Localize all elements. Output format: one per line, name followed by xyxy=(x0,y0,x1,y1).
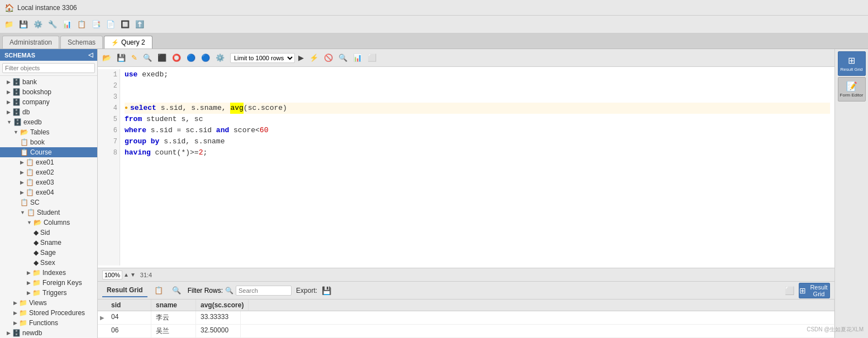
sidebar-item-bank[interactable]: ▶ 🗄️ bank xyxy=(0,77,97,87)
zoom-input[interactable] xyxy=(102,271,122,279)
toolbar-btn-1[interactable]: 📁 xyxy=(2,18,16,30)
stop2-btn[interactable]: 🚫 xyxy=(322,52,335,63)
commit-btn[interactable]: 🔵 xyxy=(184,52,198,63)
arrow-icon: ▶ xyxy=(7,330,11,336)
sidebar-item-student[interactable]: ▼ 📋 Student xyxy=(0,207,97,218)
sql-editor[interactable]: 1 2 3 4 5 6 7 8 use exedb; xyxy=(98,67,834,268)
col-header-sname: sname xyxy=(151,300,196,311)
arrow-icon: ▶ xyxy=(20,170,24,175)
sidebar-item-exedb[interactable]: ▼ 🗄️ exedb xyxy=(0,117,97,127)
arrow-icon: ▶ xyxy=(20,180,24,185)
result-copy-btn[interactable]: 📋 xyxy=(152,285,165,296)
code-lines[interactable]: use exedb; ● select s.sid, s.sname, avg(… xyxy=(120,69,834,265)
tab-administration[interactable]: Administration xyxy=(2,36,59,49)
sidebar-item-indexes[interactable]: ▶ 📁 Indexes xyxy=(0,268,97,278)
sidebar-item-book[interactable]: 📋 book xyxy=(0,137,97,147)
stop-btn[interactable]: ⬛ xyxy=(155,52,169,63)
wrap-btn[interactable]: ⬜ xyxy=(365,52,379,63)
db-icon: 🗄️ xyxy=(12,98,21,106)
sidebar-collapse-icon[interactable]: ◁ xyxy=(88,51,93,59)
table-icon: 📋 xyxy=(26,178,34,186)
item-label: Sname xyxy=(40,239,61,247)
zoom-arrow-down[interactable]: ▼ xyxy=(130,272,136,278)
toolbar-btn-9[interactable]: 🔲 xyxy=(118,18,132,30)
highlight-avg: avg xyxy=(230,103,243,114)
result-grid-view-btn[interactable]: ⊞ Result Grid xyxy=(799,283,830,298)
item-label: exe02 xyxy=(36,168,54,176)
item-label: Functions xyxy=(29,319,58,327)
result-filter-icon[interactable]: 🔍 xyxy=(170,285,183,296)
folder-icon: 📁 xyxy=(32,289,41,297)
sidebar-item-functions[interactable]: ▶ 📁 Functions xyxy=(0,318,97,328)
code-line-1: use exedb; xyxy=(125,69,830,80)
sidebar-item-views[interactable]: ▶ 📁 Views xyxy=(0,298,97,308)
sidebar-item-columns[interactable]: ▼ 📂 Columns xyxy=(0,218,97,228)
code-text2: (sc.score) xyxy=(244,103,287,114)
line-num-7: 7 xyxy=(100,136,117,147)
item-label: Views xyxy=(29,299,47,307)
export-button[interactable]: 💾 xyxy=(322,286,331,295)
sidebar-item-ssex[interactable]: ◆ Ssex xyxy=(0,258,97,268)
folder-icon: 📂 xyxy=(34,219,42,226)
sidebar-item-sname[interactable]: ◆ Sname xyxy=(0,238,97,248)
sidebar-item-sage[interactable]: ◆ Sage xyxy=(0,248,97,258)
sidebar-item-exe03[interactable]: ▶ 📋 exe03 xyxy=(0,177,97,187)
exec-all-btn[interactable]: ⚡ xyxy=(307,52,321,63)
toolbar-btn-3[interactable]: ⚙️ xyxy=(31,18,45,30)
sidebar-item-foreign-keys[interactable]: ▶ 📁 Foreign Keys xyxy=(0,278,97,288)
arrow-icon: ▶ xyxy=(20,160,24,165)
open-file-btn[interactable]: 📂 xyxy=(100,52,113,63)
result-grid-btn[interactable]: ⊞ Result Grid xyxy=(838,51,866,76)
save-btn[interactable]: 💾 xyxy=(115,52,128,63)
arrow-icon: ▶ xyxy=(27,290,31,296)
sidebar-item-exe02[interactable]: ▶ 📋 exe02 xyxy=(0,167,97,177)
sidebar-item-bookshop[interactable]: ▶ 🗄️ bookshop xyxy=(0,87,97,97)
run-btn[interactable]: ✎ xyxy=(129,52,140,63)
toolbar-btn-2[interactable]: 💾 xyxy=(17,18,30,30)
sidebar-item-sc[interactable]: 📋 SC xyxy=(0,197,97,207)
sidebar-item-tables[interactable]: ▼ 📂 Tables xyxy=(0,127,97,137)
expand-btn[interactable]: ⬜ xyxy=(785,286,794,295)
toolbar-btn-5[interactable]: 📊 xyxy=(60,18,74,30)
sidebar-item-exe01[interactable]: ▶ 📋 exe01 xyxy=(0,157,97,167)
toolbar-btn-6[interactable]: 📋 xyxy=(75,18,88,30)
tab-schemas[interactable]: Schemas xyxy=(60,36,103,49)
schema-btn[interactable]: 📊 xyxy=(351,52,364,63)
result-grid-tab[interactable]: Result Grid xyxy=(102,284,147,297)
tab-query2[interactable]: ⚡Query 2 xyxy=(104,36,152,49)
rollback-btn[interactable]: 🔵 xyxy=(199,52,212,63)
search-input[interactable] xyxy=(2,63,95,73)
form-editor-btn[interactable]: 📝 Form Editor xyxy=(838,77,866,102)
sidebar-item-db[interactable]: ▶ 🗄️ db xyxy=(0,107,97,117)
arrow-icon: ▶ xyxy=(27,270,31,276)
run-query-btn[interactable]: 🔍 xyxy=(141,52,154,63)
toolbar-btn-4[interactable]: 🔧 xyxy=(46,18,59,30)
sidebar-item-exe04[interactable]: ▶ 📋 exe04 xyxy=(0,187,97,197)
zoom-arrow-up[interactable]: ▲ xyxy=(123,272,129,278)
code-text2: score< xyxy=(229,125,260,136)
toolbar-btn-10[interactable]: ⬆️ xyxy=(133,18,146,30)
arrow-icon: ▼ xyxy=(7,119,12,125)
code-text: s.sid, s.sname, xyxy=(156,103,231,114)
zoom-btn[interactable]: 🔍 xyxy=(336,52,350,63)
sidebar-item-company[interactable]: ▶ 🗄️ company xyxy=(0,97,97,107)
sidebar-item-newdb[interactable]: ▶ 🗄️ newdb xyxy=(0,328,97,338)
format-btn[interactable]: ⚙️ xyxy=(213,52,227,63)
explain-btn[interactable]: ⭕ xyxy=(170,52,183,63)
keyword-and: and xyxy=(216,125,229,136)
sidebar-item-sid[interactable]: ◆ Sid xyxy=(0,228,97,238)
toolbar-btn-7[interactable]: 📑 xyxy=(89,18,103,30)
results-search-input[interactable] xyxy=(236,286,292,296)
toolbar-btn-8[interactable]: 📄 xyxy=(104,18,117,30)
sidebar-item-stored-procedures[interactable]: ▶ 📁 Stored Procedures xyxy=(0,308,97,318)
limit-select[interactable]: Limit to 1000 rows Limit to 500 rows No … xyxy=(230,53,295,63)
line-num-8: 8 xyxy=(100,147,117,158)
sidebar-item-triggers[interactable]: ▶ 📁 Triggers xyxy=(0,288,97,298)
status-bar: ▲ ▼ 31:4 xyxy=(98,268,834,281)
item-label: SC xyxy=(30,199,40,206)
column-icon: ◆ xyxy=(34,229,39,236)
execute-btn[interactable]: ▶ xyxy=(296,52,306,63)
grid-icon: ⊞ xyxy=(848,55,855,66)
sidebar-item-course[interactable]: 📋 Course xyxy=(0,147,97,157)
table-icon: 📋 xyxy=(20,199,28,206)
